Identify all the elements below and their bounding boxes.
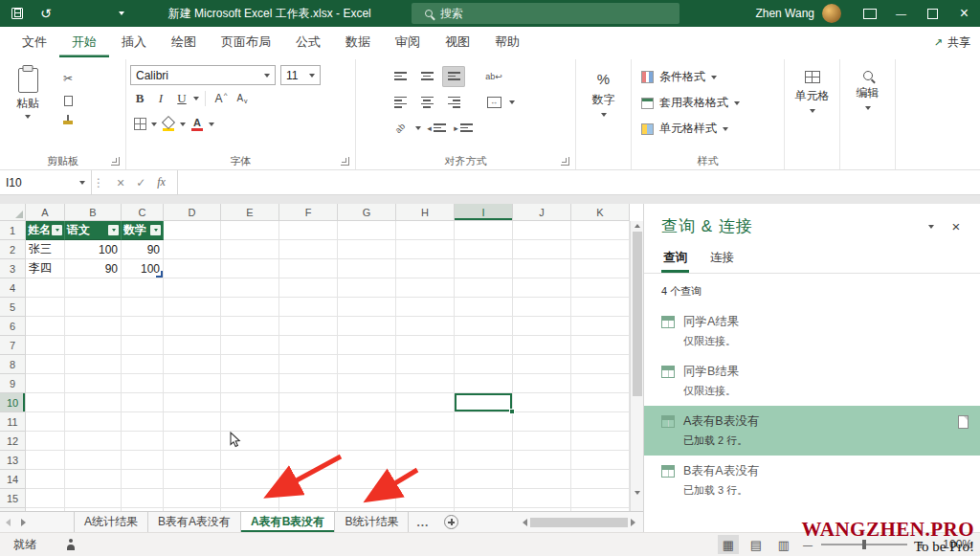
cell-I15[interactable] <box>455 489 513 508</box>
ribbon-tab-1[interactable]: 文件 <box>10 27 59 57</box>
cell-C14[interactable] <box>122 470 164 489</box>
cell-H1[interactable] <box>396 221 455 240</box>
query-item-1[interactable]: 同学A结果仅限连接。 <box>644 306 980 356</box>
cell-J5[interactable] <box>513 298 571 317</box>
cell-B7[interactable] <box>65 336 122 355</box>
cell-B3[interactable]: 90 <box>65 259 122 278</box>
vscroll-thumb[interactable] <box>633 232 642 396</box>
cell-I2[interactable] <box>455 240 513 259</box>
row-header-13[interactable]: 13 <box>0 451 26 470</box>
cell-G2[interactable] <box>338 240 396 259</box>
align-right-button[interactable] <box>442 92 465 113</box>
cell-F12[interactable] <box>279 432 338 451</box>
paste-button[interactable]: 粘贴 <box>4 61 52 152</box>
cell-K12[interactable] <box>571 432 630 451</box>
cell-I13[interactable] <box>455 451 513 470</box>
cell-B14[interactable] <box>65 470 122 489</box>
cell-F3[interactable] <box>279 259 338 278</box>
cell-C2[interactable]: 90 <box>122 240 164 259</box>
search-box[interactable]: 搜索 <box>412 3 679 24</box>
cell-A13[interactable] <box>26 451 65 470</box>
cell-J7[interactable] <box>513 336 571 355</box>
zoom-out-icon[interactable] <box>801 538 814 551</box>
number-group[interactable]: % 数字 <box>576 59 632 169</box>
cell-A14[interactable] <box>26 470 65 489</box>
cell-B2[interactable]: 100 <box>65 240 122 259</box>
chevron-down-icon[interactable] <box>180 122 186 126</box>
cell-E6[interactable] <box>221 317 279 336</box>
fill-color-button[interactable] <box>159 114 178 134</box>
cell-G5[interactable] <box>338 298 396 317</box>
chevron-down-icon[interactable] <box>601 113 607 117</box>
vertical-scrollbar[interactable] <box>630 221 643 511</box>
cell-G1[interactable] <box>338 221 396 240</box>
cell-E1[interactable] <box>221 221 279 240</box>
cell-G15[interactable] <box>338 489 396 508</box>
cell-I16[interactable] <box>455 508 513 511</box>
cell-D11[interactable] <box>164 412 221 432</box>
row-header-2[interactable]: 2 <box>0 240 26 259</box>
cell-J10[interactable] <box>513 393 571 412</box>
cell-G7[interactable] <box>338 336 396 355</box>
cell-E14[interactable] <box>221 470 279 489</box>
cell-I6[interactable] <box>455 317 513 336</box>
zoom-level[interactable]: 100% <box>934 538 972 551</box>
cut-icon[interactable] <box>59 71 77 86</box>
cell-E4[interactable] <box>221 278 279 298</box>
cell-F2[interactable] <box>279 240 338 259</box>
filter-dropdown-icon[interactable] <box>150 225 161 235</box>
chevron-down-icon[interactable] <box>209 122 214 126</box>
cell-D13[interactable] <box>164 451 221 470</box>
cell-J4[interactable] <box>513 278 571 298</box>
cell-K13[interactable] <box>571 451 630 470</box>
format-painter-icon[interactable] <box>59 115 77 130</box>
row-header-6[interactable]: 6 <box>0 317 26 336</box>
cell-K9[interactable] <box>571 374 630 393</box>
row-header-5[interactable]: 5 <box>0 298 26 317</box>
cell-I1[interactable] <box>455 221 513 240</box>
cell-H3[interactable] <box>396 259 455 278</box>
decrease-indent-button[interactable] <box>425 118 448 139</box>
cell-G8[interactable] <box>338 355 396 374</box>
cell-E5[interactable] <box>221 298 279 317</box>
cell-C13[interactable] <box>122 451 164 470</box>
align-bottom-button[interactable] <box>442 66 465 87</box>
cell-styles-button[interactable]: 单元格样式 <box>635 116 780 142</box>
cell-K15[interactable] <box>571 489 630 508</box>
ribbon-tab-8[interactable]: 审阅 <box>383 27 433 57</box>
borders-button[interactable] <box>130 114 149 134</box>
scroll-right-icon[interactable] <box>631 519 635 526</box>
row-header-1[interactable]: 1 <box>0 221 26 240</box>
cell-D4[interactable] <box>164 278 221 298</box>
cell-F9[interactable] <box>279 374 338 393</box>
cell-E3[interactable] <box>221 259 279 278</box>
cell-B1[interactable]: 语文 <box>65 221 122 240</box>
chevron-down-icon[interactable] <box>509 100 515 104</box>
row-header-9[interactable]: 9 <box>0 374 26 393</box>
accessibility-icon[interactable] <box>65 539 77 550</box>
sheet-tab-overflow[interactable]: ... <box>409 516 436 529</box>
sheet-nav-right-icon[interactable] <box>15 512 31 532</box>
chevron-down-icon[interactable] <box>810 109 815 113</box>
cell-D12[interactable] <box>164 432 221 451</box>
copy-icon[interactable] <box>59 93 77 108</box>
enter-formula-icon[interactable] <box>136 176 145 189</box>
sheet-tab-4[interactable]: B统计结果 <box>335 512 409 532</box>
query-item-3[interactable]: A表有B表没有已加载 2 行。 <box>644 406 980 456</box>
cell-F13[interactable] <box>279 451 338 470</box>
cell-G11[interactable] <box>338 412 396 432</box>
cell-H9[interactable] <box>396 374 455 393</box>
column-header-C[interactable]: C <box>122 204 164 221</box>
percent-icon[interactable]: % <box>597 71 610 87</box>
cell-K10[interactable] <box>571 393 630 412</box>
cell-J15[interactable] <box>513 489 571 508</box>
cell-A1[interactable]: 姓名 <box>26 221 65 240</box>
qat-customize-icon[interactable] <box>119 0 124 27</box>
format-as-table-button[interactable]: 套用表格格式 <box>635 90 780 116</box>
cell-F11[interactable] <box>279 412 338 432</box>
cell-C1[interactable]: 数学 <box>122 221 164 240</box>
dialog-launcher-icon[interactable] <box>341 157 349 166</box>
ribbon-tab-7[interactable]: 数据 <box>333 27 383 57</box>
align-left-button[interactable] <box>389 92 412 113</box>
cell-F5[interactable] <box>279 298 338 317</box>
